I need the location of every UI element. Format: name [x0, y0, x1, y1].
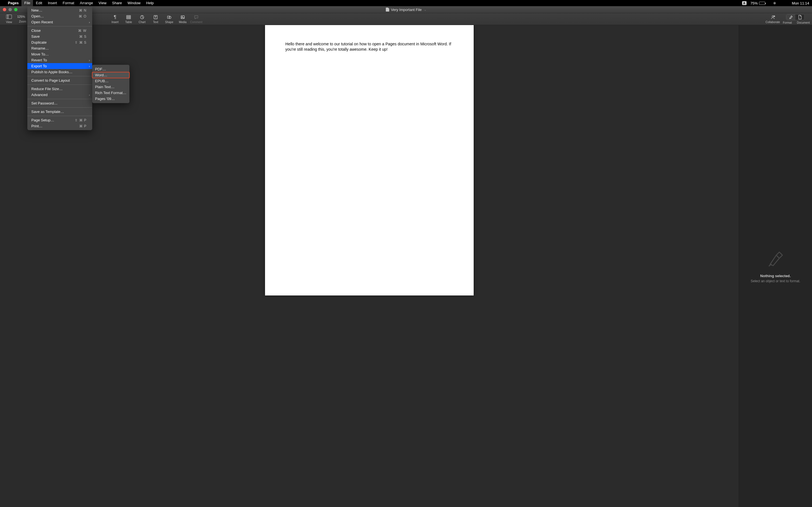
menu-item-label: Advanced — [31, 93, 48, 97]
shape-icon — [167, 15, 171, 20]
menu-share[interactable]: Share — [109, 0, 125, 6]
toolbar-chart-label: Chart — [139, 20, 146, 24]
toolbar-chart[interactable]: Chart — [135, 15, 149, 24]
window-zoom-button[interactable] — [14, 8, 17, 11]
menu-file[interactable]: File — [21, 0, 33, 6]
menu-item-label: Duplicate — [31, 40, 47, 45]
menu-item-label: Close — [31, 29, 41, 33]
menu-item-label: Publish to Apple Books… — [31, 70, 72, 74]
menu-item-shortcut: ⌘ W — [78, 29, 87, 33]
menu-item-label: Export To — [31, 64, 47, 68]
toolbar-comment: Comment — [190, 15, 203, 24]
chevron-right-icon: › — [89, 59, 90, 62]
toolbar-media-label: Media — [179, 20, 186, 24]
svg-rect-8 — [126, 15, 131, 19]
comment-icon — [194, 15, 199, 20]
document-title[interactable]: Very Important File ⌄ — [386, 8, 406, 12]
toolbar-comment-label: Comment — [190, 20, 202, 24]
export-submenu-item[interactable]: PDF… — [92, 66, 130, 72]
chart-icon — [140, 15, 144, 20]
menu-item-label: Page Setup… — [31, 118, 54, 122]
export-submenu-item[interactable]: Rich Text Format… — [92, 90, 130, 96]
file-menu-item[interactable]: Reduce File Size… — [28, 86, 92, 92]
toolbar-view-label: View — [6, 20, 12, 24]
document-body-text[interactable]: Hello there and welcome to our tutorial … — [285, 41, 406, 52]
export-to-submenu: PDF…Word…EPUB…Plain Text…Rich Text Forma… — [92, 65, 130, 103]
file-menu-item[interactable]: Save⌘ S — [28, 34, 92, 40]
menu-item-label: Print… — [31, 124, 43, 128]
toolbar-insert[interactable]: Insert — [108, 15, 122, 24]
macos-menubar: Pages File Edit Insert Format Arrange Vi… — [0, 0, 406, 6]
menu-item-label: Reduce File Size… — [31, 87, 63, 91]
toolbar-zoom-label: Zoom — [19, 20, 26, 23]
toolbar-view[interactable]: View — [2, 15, 16, 24]
window-minimize-button[interactable] — [8, 8, 12, 11]
file-menu-item[interactable]: Move To… — [28, 51, 92, 57]
text-icon — [153, 15, 158, 20]
menu-item-label: New… — [31, 8, 42, 12]
app-menu[interactable]: Pages — [5, 0, 21, 6]
menu-item-shortcut: ⌘ N — [79, 8, 87, 12]
file-menu-item[interactable]: Open Recent› — [28, 19, 92, 25]
menu-item-label: Save as Template… — [31, 110, 64, 114]
file-menu-item[interactable]: Rename… — [28, 45, 92, 51]
menu-view[interactable]: View — [96, 0, 109, 6]
menu-edit[interactable]: Edit — [33, 0, 45, 6]
file-menu-item[interactable]: Set Password… — [28, 100, 92, 106]
menu-format[interactable]: Format — [60, 0, 77, 6]
chevron-right-icon: › — [89, 20, 90, 24]
menu-insert[interactable]: Insert — [45, 0, 60, 6]
document-title-text: Very Important File — [391, 8, 406, 12]
menu-item-label: Rename… — [31, 46, 49, 50]
file-menu-item[interactable]: Open…⌘ O — [28, 13, 92, 19]
menu-item-label: Set Password… — [31, 101, 57, 105]
zoom-value: 125% — [16, 15, 26, 18]
menu-window[interactable]: Window — [124, 0, 143, 6]
toolbar-text-label: Text — [153, 20, 158, 24]
file-menu-item[interactable]: Export To› — [28, 63, 92, 69]
pilcrow-icon — [114, 15, 116, 20]
file-menu-item[interactable]: Revert To› — [28, 57, 92, 63]
file-menu-dropdown: New…⌘ NOpen…⌘ OOpen Recent›Close⌘ WSave⌘… — [28, 6, 92, 130]
export-submenu-item[interactable]: Plain Text… — [92, 84, 130, 90]
table-icon — [126, 15, 131, 20]
menu-item-shortcut: ⌘ S — [79, 35, 87, 39]
menu-item-shortcut: ⌘ P — [79, 124, 87, 128]
menu-item-label: Open… — [31, 14, 44, 18]
export-submenu-item[interactable]: Word… — [92, 72, 130, 78]
menu-help[interactable]: Help — [144, 0, 157, 6]
document-icon — [386, 8, 389, 11]
toolbar-insert-label: Insert — [111, 20, 118, 24]
file-menu-item[interactable]: Publish to Apple Books… — [28, 69, 92, 75]
toolbar-shape[interactable]: Shape — [162, 15, 176, 24]
menu-item-label: Convert to Page Layout — [31, 78, 70, 82]
chevron-right-icon: › — [89, 64, 90, 68]
menu-item-label: Revert To — [31, 58, 47, 62]
export-submenu-item[interactable]: Pages '09… — [92, 96, 130, 102]
file-menu-item[interactable]: Print…⌘ P — [28, 123, 92, 129]
file-menu-item[interactable]: Convert to Page Layout — [28, 77, 92, 83]
document-page[interactable]: Hello there and welcome to our tutorial … — [265, 25, 406, 253]
file-menu-item[interactable]: Close⌘ W — [28, 27, 92, 34]
menu-item-shortcut: ⇧ ⌘ P — [75, 118, 87, 122]
view-icon — [6, 15, 12, 19]
toolbar-shape-label: Shape — [165, 20, 173, 24]
file-menu-item[interactable]: Duplicate⇧ ⌘ S — [28, 40, 92, 45]
media-icon — [181, 15, 185, 20]
export-submenu-item[interactable]: EPUB… — [92, 78, 130, 84]
menu-arrange[interactable]: Arrange — [77, 0, 96, 6]
chevron-right-icon: › — [89, 93, 90, 97]
toolbar-text[interactable]: Text — [149, 15, 162, 24]
menu-item-shortcut: ⇧ ⌘ S — [75, 41, 87, 45]
toolbar-table-label: Table — [125, 20, 132, 24]
toolbar-media[interactable]: Media — [176, 15, 190, 24]
file-menu-item[interactable]: Page Setup…⇧ ⌘ P — [28, 117, 92, 123]
svg-point-12 — [169, 16, 171, 18]
window-close-button[interactable] — [3, 8, 6, 11]
menu-item-label: Save — [31, 34, 40, 39]
file-menu-item[interactable]: New…⌘ N — [28, 7, 92, 13]
file-menu-item[interactable]: Advanced› — [28, 92, 92, 98]
file-menu-item[interactable]: Save as Template… — [28, 109, 92, 115]
toolbar-table[interactable]: Table — [122, 15, 135, 24]
menu-item-label: Open Recent — [31, 20, 53, 24]
